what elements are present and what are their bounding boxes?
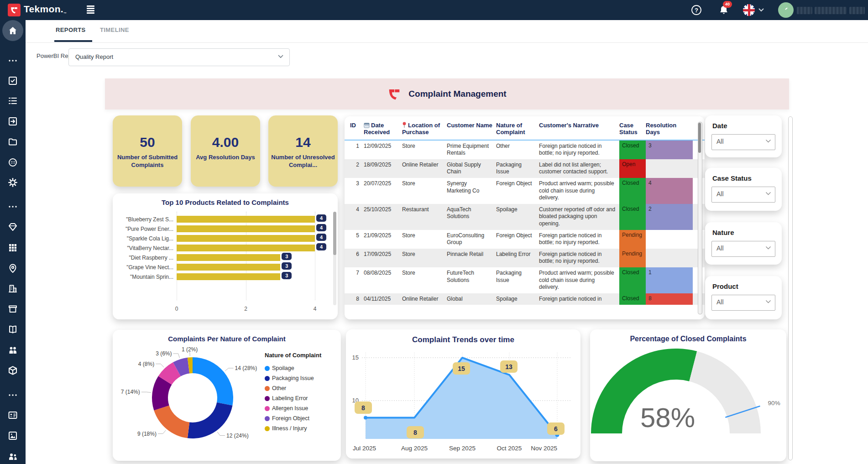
filter-select-product[interactable]: All [711,295,775,311]
line-chart[interactable]: 10158815136Jul 2025Aug 2025Sep 2025Oct 2… [346,349,580,459]
uk-flag-icon[interactable] [743,4,755,16]
table-row[interactable]: 617/09/2025StorePinnacle RetailLabeling … [345,249,705,267]
table-row[interactable]: 320/07/2025StoreSynergy Marketing CoFore… [345,178,705,204]
table-row[interactable]: 218/09/2025Online RetailerGlobal Supply … [345,159,705,178]
bar[interactable] [177,235,315,242]
column-header: Location of Purchase [402,122,447,136]
report-select[interactable]: Quality Report [68,48,290,66]
report-page-scrollbar[interactable] [788,116,793,460]
sidebar-item-package[interactable] [7,365,18,376]
gauge-chart[interactable]: 90%58% [590,347,786,461]
tab-reports[interactable]: REPORTS [56,26,86,33]
table-scrollbar[interactable] [698,122,702,314]
sidebar-item-sign-in[interactable] [7,116,18,127]
sidebar-item-location[interactable] [7,263,18,274]
sidebar-item-gem[interactable] [7,221,18,232]
cell-resolution-days: 1 [646,267,693,293]
sidebar-item-settings[interactable] [7,177,18,188]
table-row[interactable]: 804/11/2025Online RetailerGlobalSpoilage… [345,293,705,305]
table-row[interactable]: 112/09/2025StorePrime Equipment RentalsO… [345,141,705,159]
donut-legend: Nature of Complaint SpoilagePackaging Is… [265,352,321,433]
table-scrollbar-thumb[interactable] [698,123,701,153]
kpi-card[interactable]: 50Number of Submitted Complaints [113,115,182,187]
sidebar-item-list[interactable] [7,95,18,106]
filter-chevron-down-icon [765,139,771,143]
sidebar-item-photo[interactable] [7,430,18,441]
bar[interactable] [177,264,280,271]
legend-item-packaging-issue[interactable]: Packaging Issue [265,373,321,383]
sidebar-item-id-card[interactable] [7,410,18,421]
sidebar-item-sphere[interactable] [7,157,18,168]
help-icon[interactable]: ? [690,4,703,16]
tekmon-logo-icon[interactable] [8,4,21,16]
legend-item-labeling-error[interactable]: Labeling Error [265,393,321,403]
cell-date: 17/09/2025 [364,249,402,267]
legend-item-other[interactable]: Other [265,383,321,393]
gem-icon [7,221,18,232]
bar-chart-scrollbar-thumb[interactable] [333,212,336,255]
tabs-bar: REPORTS TIMELINE [26,20,868,43]
sidebar-item-building[interactable] [7,283,18,294]
filter-select-case-status[interactable]: All [711,187,775,203]
kpi-label: Number of Submitted Complaints [113,154,182,169]
cell-cust: AquaTech Solutions [447,204,496,230]
bar[interactable] [177,245,315,251]
sidebar-item-people[interactable] [7,344,18,355]
cell-resolution-days: 2 [646,204,693,230]
avatar[interactable] [778,2,794,18]
sidebar-item-more-top[interactable] [7,55,18,66]
bar-chart-scrollbar[interactable] [333,212,336,305]
more-bottom-icon [7,390,18,401]
filter-select-value: All [716,298,724,306]
language-chevron-down-icon[interactable] [758,8,764,12]
bar[interactable] [177,273,280,280]
sidebar-item-team[interactable] [7,451,18,462]
team-icon [7,451,18,462]
legend-item-spoilage[interactable]: Spoilage [265,363,321,373]
cell-status: Closed [619,178,646,204]
donut-slice-label: 12 (24%) [226,433,249,439]
legend-item-allergen-issue[interactable]: Allergen Issue [265,403,321,413]
menu-hamburger-icon[interactable] [87,5,94,15]
donut-slice-other[interactable] [154,406,189,438]
filter-select-date[interactable]: All [711,134,775,150]
bell-icon[interactable]: 40 [717,4,730,16]
donut-slice-packaging-issue[interactable] [188,402,233,438]
table-row[interactable]: 425/10/2025RestaurantAquaTech SolutionsS… [345,204,705,230]
data-point[interactable] [364,416,367,420]
donut-slice-label: 14 (28%) [235,365,257,371]
kpi-card[interactable]: 4.00Avg Resolution Days [191,115,260,187]
tasks-icon [7,75,18,86]
cell-nat: Foreign Object [496,178,539,204]
cell-loc: Online Retailer [402,159,447,178]
username-redacted[interactable] [797,7,812,14]
sidebar-item-home[interactable] [2,20,23,41]
cell-loc: Store [402,249,447,267]
table-row[interactable]: 521/09/2025StoreEuroConsulting GroupFore… [345,230,705,249]
report-selector-row: PowerBI Reports: Quality Report [26,43,868,71]
sidebar-item-archive[interactable] [7,303,18,314]
sidebar-item-book[interactable] [7,324,18,335]
column-header: Customer's Narrative [539,122,619,136]
donut-slice-spoilage[interactable] [193,357,233,406]
sidebar-item-folder[interactable] [7,136,18,147]
filter-chevron-down-icon [765,192,771,196]
filter-select-nature[interactable]: All [711,241,775,257]
legend-item-foreign-object[interactable]: Foreign Object [265,413,321,423]
legend-item-illness-injury[interactable]: Illness / Injury [265,423,321,433]
sidebar-item-more-bottom[interactable] [7,390,18,401]
brand-name: Tekmon.™ [24,4,67,15]
table-row[interactable]: 708/08/2025StoreFutureTech SolutionsPack… [345,267,705,293]
username-redacted [849,7,865,14]
bar[interactable] [177,216,315,223]
sidebar-item-apps-grid[interactable] [7,242,18,253]
dashboard-banner: Complaint Management [105,78,789,109]
kpi-card[interactable]: 14Number of Unresolved Complai... [268,115,338,187]
sidebar-item-tasks[interactable] [7,75,18,86]
sidebar-item-more-middle[interactable] [7,201,18,212]
tab-timeline[interactable]: TIMELINE [100,26,129,33]
bar[interactable] [177,225,315,232]
location-icon [7,263,18,274]
bar[interactable] [177,254,280,261]
cell-id: 2 [350,159,364,178]
